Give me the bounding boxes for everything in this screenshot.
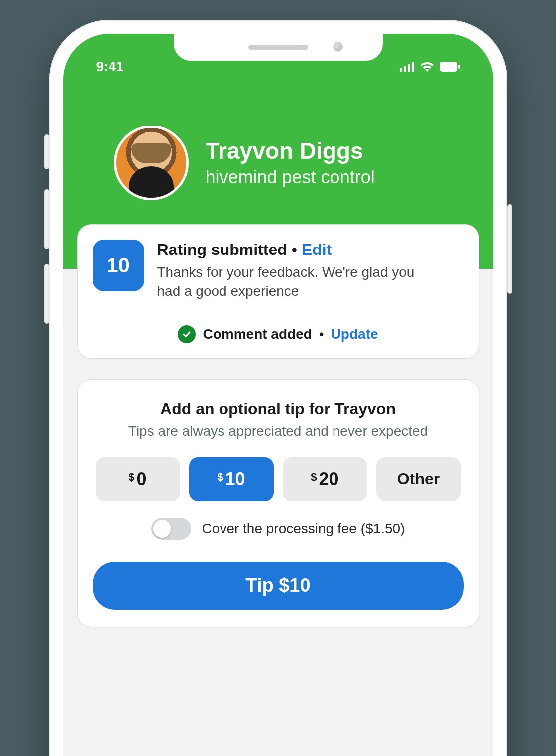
edit-rating-link[interactable]: Edit	[302, 241, 332, 258]
cover-fee-toggle[interactable]	[151, 518, 191, 540]
tip-options: $0 $10 $20 Other	[93, 457, 464, 501]
separator-dot: •	[319, 326, 324, 342]
status-indicators	[400, 61, 460, 72]
rating-title-row: Rating submitted • Edit	[157, 241, 436, 259]
svg-rect-4	[440, 62, 457, 72]
svg-rect-2	[408, 64, 410, 72]
tip-submit-button[interactable]: Tip $10	[93, 562, 464, 610]
profile-text: Trayvon Diggs hivemind pest control	[206, 138, 375, 188]
rating-text-block: Rating submitted • Edit Thanks for your …	[157, 240, 436, 301]
tip-option-20[interactable]: $20	[283, 457, 367, 501]
cover-fee-row: Cover the processing fee ($1.50)	[93, 518, 464, 540]
rating-row: 10 Rating submitted • Edit Thanks for yo…	[93, 240, 464, 301]
comment-added-label: Comment added	[203, 326, 312, 342]
rating-description: Thanks for your feedback. We're glad you…	[157, 263, 436, 301]
currency-symbol: $	[217, 471, 223, 484]
tip-option-10[interactable]: $10	[189, 457, 274, 501]
svg-rect-1	[404, 66, 406, 72]
volume-up-button	[44, 189, 49, 249]
cellular-icon	[400, 62, 415, 72]
tip-option-0[interactable]: $0	[96, 457, 180, 501]
tip-amount: 20	[319, 469, 339, 490]
rating-submitted-label: Rating submitted	[157, 241, 287, 258]
checkmark-icon	[178, 325, 196, 343]
volume-down-button	[44, 264, 49, 324]
power-button	[507, 204, 512, 294]
currency-symbol: $	[128, 471, 134, 484]
phone-notch	[174, 34, 383, 61]
rating-card: 10 Rating submitted • Edit Thanks for yo…	[77, 224, 479, 359]
svg-rect-3	[412, 62, 414, 72]
phone-screen: 9:41	[63, 34, 493, 756]
company-name: hivemind pest control	[206, 167, 375, 188]
wifi-icon	[420, 61, 435, 72]
volume-button	[44, 134, 49, 169]
separator-dot: •	[292, 241, 302, 258]
phone-device-frame: 9:41	[49, 20, 507, 756]
card-divider	[93, 314, 464, 314]
speaker-grille	[248, 45, 308, 50]
tip-option-other[interactable]: Other	[376, 457, 461, 501]
svg-rect-0	[400, 68, 402, 72]
tip-card: Add an optional tip for Trayvon Tips are…	[77, 379, 479, 627]
rating-badge: 10	[93, 240, 144, 291]
svg-rect-5	[458, 65, 460, 69]
cover-fee-label: Cover the processing fee ($1.50)	[202, 521, 405, 537]
comment-added-row: Comment added • Update	[93, 325, 464, 343]
toggle-knob	[153, 520, 171, 538]
currency-symbol: $	[311, 471, 317, 484]
content-area: 10 Rating submitted • Edit Thanks for yo…	[63, 224, 493, 668]
front-camera	[333, 42, 343, 52]
avatar	[114, 126, 189, 200]
status-time: 9:41	[96, 59, 124, 75]
profile-block: Trayvon Diggs hivemind pest control	[87, 126, 469, 200]
battery-icon	[440, 62, 460, 72]
update-comment-link[interactable]: Update	[331, 326, 378, 342]
tip-amount: 10	[225, 469, 245, 490]
profile-name: Trayvon Diggs	[206, 138, 375, 164]
tip-title: Add an optional tip for Trayvon	[93, 400, 464, 418]
tip-amount: 0	[137, 469, 147, 490]
tip-subtitle: Tips are always appreciated and never ex…	[93, 423, 464, 439]
